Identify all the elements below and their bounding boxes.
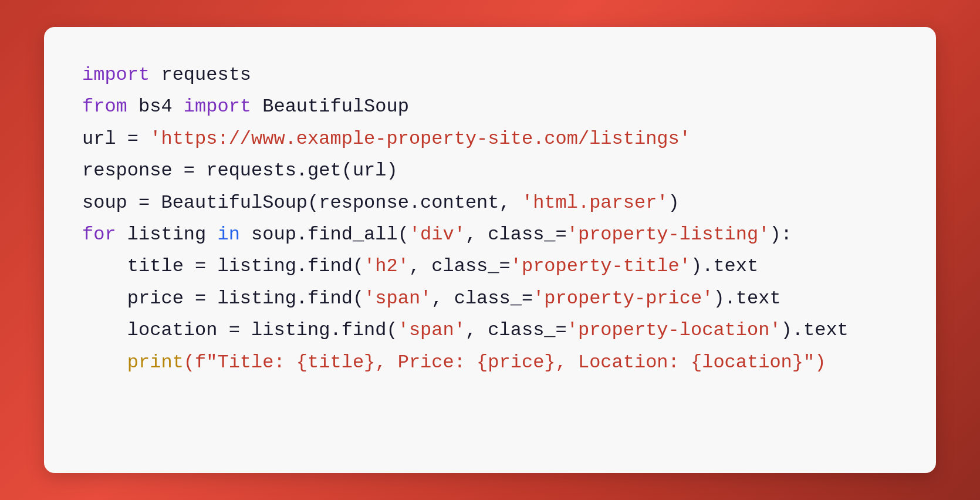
line-from-bs4: from bs4 import BeautifulSoup bbox=[82, 91, 898, 123]
line-for: for listing in soup.find_all('div', clas… bbox=[82, 219, 898, 251]
line-response: response = requests.get(url) bbox=[82, 155, 898, 187]
line-price: price = listing.find('span', class_='pro… bbox=[82, 283, 898, 315]
line-url: url = 'https://www.example-property-site… bbox=[82, 123, 898, 155]
line-location: location = listing.find('span', class_='… bbox=[82, 315, 898, 346]
code-card: import requestsfrom bs4 import Beautiful… bbox=[44, 27, 936, 473]
line-soup: soup = BeautifulSoup(response.content, '… bbox=[82, 187, 898, 219]
line-import-requests: import requests bbox=[82, 59, 898, 91]
line-title: title = listing.find('h2', class_='prope… bbox=[82, 251, 898, 282]
line-print: print(f"Title: {title}, Price: {price}, … bbox=[82, 347, 898, 379]
code-block: import requestsfrom bs4 import Beautiful… bbox=[82, 59, 898, 379]
